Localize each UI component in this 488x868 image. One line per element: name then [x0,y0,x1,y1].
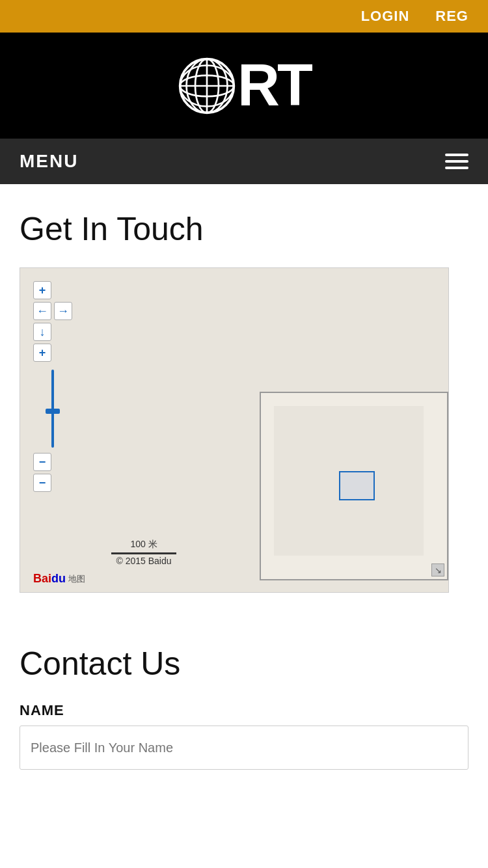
map-controls[interactable]: + ← → ↓ + − − [33,281,72,492]
baidu-map-label: 地图 [68,573,85,585]
zoom-bar[interactable] [33,367,72,450]
zoom-out-button[interactable]: − [33,453,51,471]
zoom-track[interactable] [51,370,54,448]
hamburger-line-1 [445,154,468,156]
hamburger-icon[interactable] [445,154,468,169]
zoom-in-button[interactable]: + [33,344,51,362]
map-scale: 100 米 © 2015 Baidu [111,539,176,566]
main-content: Get In Touch + ← → ↓ + − − 100 米 © 2015 … [0,184,488,645]
hamburger-line-2 [445,160,468,163]
logo-area: RT [0,33,488,139]
reg-link[interactable]: REG [435,8,468,25]
zoom-out-bot-button[interactable]: − [33,474,51,492]
mini-map-expand-button[interactable]: ↘ [431,563,444,576]
top-bar: LOGIN REG [0,0,488,33]
mini-map[interactable]: ↘ [260,392,448,580]
scale-label: 100 米 [130,539,157,549]
logo: RT [178,52,310,119]
baidu-text: Baidu [33,572,66,586]
globe-icon [178,57,236,115]
logo-letters: RT [237,52,310,119]
mini-map-inner [274,406,424,556]
pan-left-button[interactable]: ← [33,302,51,320]
zoom-in-top-button[interactable]: + [33,281,51,299]
map-pan-row: ← → [33,302,72,320]
contact-section: Contact Us NAME [0,645,488,809]
page-title: Get In Touch [20,210,468,248]
copyright-label: © 2015 Baidu [116,556,171,566]
map-container[interactable]: + ← → ↓ + − − 100 米 © 2015 Baidu Baid [20,267,449,593]
name-form-group: NAME [20,702,468,770]
hamburger-line-3 [445,167,468,169]
mini-map-rect [339,471,375,500]
scale-line [111,552,176,554]
pan-down-button[interactable]: ↓ [33,323,51,341]
zoom-handle[interactable] [46,409,60,414]
menu-label: MENU [20,151,78,172]
name-label: NAME [20,702,468,719]
pan-right-button[interactable]: → [54,302,72,320]
baidu-du: du [51,572,66,585]
baidu-logo: Baidu 地图 [33,572,85,586]
contact-title: Contact Us [20,645,468,683]
login-link[interactable]: LOGIN [361,8,410,25]
name-input[interactable] [20,726,468,770]
menu-bar[interactable]: MENU [0,139,488,184]
baidu-bai: Bai [33,572,51,585]
